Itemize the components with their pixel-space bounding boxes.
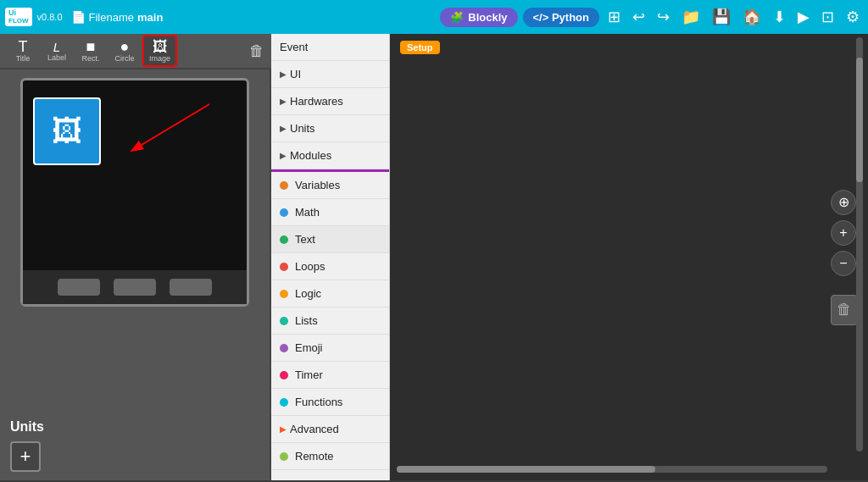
remote-dot — [280, 452, 288, 461]
timer-dot — [280, 371, 288, 380]
settings-button[interactable]: ⚙ — [843, 6, 863, 28]
cat-hardwares[interactable]: ▶ Hardwares — [271, 88, 389, 115]
image-widget[interactable]: 🖼 — [33, 97, 101, 165]
cat-emoji[interactable]: Emoji — [271, 335, 389, 362]
ui-arrow-icon: ▶ — [280, 69, 287, 79]
qr-button[interactable]: ⊡ — [818, 6, 837, 28]
cat-math[interactable]: Math — [271, 199, 389, 226]
blockly-mode-button[interactable]: 🧩 Blockly — [440, 8, 517, 27]
svg-line-1 — [142, 104, 209, 145]
tool-circle-label: Circle — [114, 54, 134, 63]
add-unit-button[interactable]: + — [10, 441, 41, 472]
cat-ui[interactable]: ▶ UI — [271, 61, 389, 88]
download-button[interactable]: ⬇ — [770, 6, 789, 28]
units-cat-label: Units — [290, 122, 315, 135]
cat-text[interactable]: Text — [271, 226, 389, 253]
image-widget-icon: 🖼 — [52, 114, 82, 149]
image-icon: 🖼 — [153, 39, 168, 54]
circle-icon: ● — [120, 39, 130, 54]
cat-units[interactable]: ▶ Units — [271, 115, 389, 142]
ui-label: UI — [290, 68, 301, 80]
horizontal-scrollbar[interactable] — [390, 465, 834, 474]
setup-badge: Setup — [400, 41, 440, 54]
grid-icon-button[interactable]: ⊞ — [604, 6, 624, 28]
event-label: Event — [280, 41, 308, 53]
python-mode-button[interactable]: </> Python — [523, 8, 599, 27]
units-arrow-icon: ▶ — [280, 124, 287, 133]
scrollbar-h-track — [397, 466, 827, 473]
hardwares-arrow-icon: ▶ — [280, 97, 287, 106]
app-version: v0.8.0 — [37, 12, 63, 22]
zoom-fit-button[interactable]: ⊕ — [831, 190, 856, 215]
remote-label: Remote — [295, 450, 334, 463]
timer-label: Timer — [295, 368, 323, 381]
cat-remote[interactable]: Remote — [271, 443, 389, 470]
save-button[interactable]: 💾 — [709, 6, 734, 28]
filename-label: Filename — [89, 11, 134, 24]
workspace-panel[interactable]: Setup ⊕ + − 🗑 — [390, 34, 868, 480]
block-categories-panel: Event ▶ UI ▶ Hardwares ▶ Units ▶ Modules… — [271, 34, 390, 480]
main-layout: T Title L Label ■ Rect. ● Circle 🖼 Image… — [0, 34, 868, 480]
screen-btn-1[interactable] — [58, 279, 100, 296]
text-label: Text — [295, 233, 315, 246]
screen-content: 🖼 — [23, 80, 247, 270]
cat-variables[interactable]: Variables — [271, 172, 389, 199]
modules-label: Modules — [290, 149, 331, 162]
left-panel: T Title L Label ■ Rect. ● Circle 🖼 Image… — [0, 34, 271, 480]
emoji-label: Emoji — [295, 341, 323, 354]
advanced-arrow-icon: ▶ — [280, 424, 287, 434]
undo-button[interactable]: ↩ — [629, 6, 648, 28]
file-icon: 📄 — [71, 10, 86, 24]
scrollbar-v-track — [856, 37, 863, 452]
loops-dot — [280, 263, 288, 271]
cat-event[interactable]: Event — [271, 34, 389, 61]
zoom-controls: ⊕ + − 🗑 — [831, 190, 858, 325]
hardwares-label: Hardwares — [290, 95, 343, 108]
cat-advanced[interactable]: ▶ Advanced — [271, 416, 389, 443]
rect-icon: ■ — [86, 39, 96, 54]
cat-functions[interactable]: Functions — [271, 389, 389, 416]
emoji-dot — [280, 344, 288, 352]
cat-timer[interactable]: Timer — [271, 362, 389, 389]
units-section: Units + — [0, 411, 270, 480]
zoom-in-button[interactable]: + — [831, 220, 856, 246]
functions-dot — [280, 398, 288, 407]
loops-label: Loops — [295, 260, 325, 273]
math-label: Math — [295, 206, 320, 219]
tool-image-label: Image — [149, 54, 170, 63]
cat-logic[interactable]: Logic — [271, 280, 389, 307]
app-logo: Ui FLOW — [5, 8, 32, 27]
tool-rect-label: Rect. — [81, 54, 99, 63]
math-dot — [280, 208, 288, 217]
units-title: Units — [10, 419, 259, 435]
tool-label[interactable]: L Label — [41, 38, 73, 64]
cat-modules[interactable]: ▶ Modules — [271, 142, 389, 169]
vertical-scrollbar[interactable] — [856, 34, 865, 455]
tool-rect[interactable]: ■ Rect. — [75, 36, 107, 65]
variables-label: Variables — [295, 179, 340, 191]
device-screen[interactable]: 🖼 — [20, 78, 249, 307]
logic-label: Logic — [295, 287, 321, 300]
file-info: 📄 Filename main — [71, 10, 164, 24]
zoom-out-button[interactable]: − — [831, 251, 856, 276]
tool-title[interactable]: T Title — [7, 36, 39, 65]
cat-loops[interactable]: Loops — [271, 253, 389, 280]
tool-circle[interactable]: ● Circle — [108, 36, 141, 65]
delete-button[interactable]: 🗑 — [249, 42, 264, 60]
scrollbar-v-thumb — [856, 58, 863, 182]
tool-title-label: Title — [16, 54, 31, 63]
filename-value: main — [137, 11, 163, 24]
screen-btn-3[interactable] — [170, 279, 212, 296]
scrollbar-h-thumb — [397, 466, 655, 473]
cat-lists[interactable]: Lists — [271, 307, 389, 335]
redo-button[interactable]: ↪ — [654, 6, 673, 28]
screen-btn-2[interactable] — [114, 279, 156, 296]
folder-button[interactable]: 📁 — [678, 6, 704, 28]
label-icon: L — [53, 41, 60, 53]
play-button[interactable]: ▶ — [794, 6, 813, 28]
home-button[interactable]: 🏠 — [739, 6, 765, 28]
tool-image[interactable]: 🖼 Image — [142, 35, 177, 67]
lists-label: Lists — [295, 314, 318, 327]
block-trash-button[interactable]: 🗑 — [831, 295, 858, 325]
variables-dot — [280, 181, 288, 190]
